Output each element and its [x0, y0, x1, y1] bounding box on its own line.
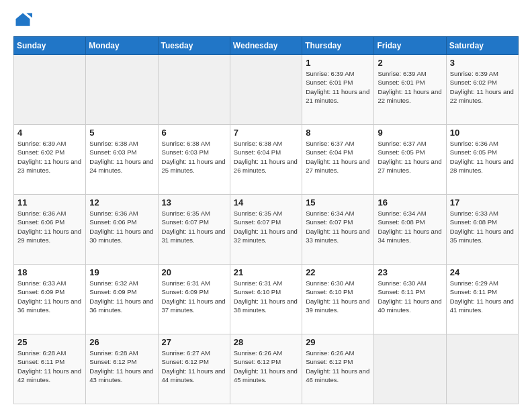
- day-number: 23: [378, 267, 442, 277]
- day-number: 25: [17, 337, 82, 347]
- day-number: 12: [89, 197, 154, 208]
- day-info: Sunrise: 6:26 AMSunset: 6:12 PMDaylight:…: [234, 349, 298, 384]
- day-cell: 7Sunrise: 6:38 AMSunset: 6:04 PMDaylight…: [230, 125, 302, 195]
- day-info: Sunrise: 6:34 AMSunset: 6:08 PMDaylight:…: [378, 209, 442, 244]
- day-cell: 9Sunrise: 6:37 AMSunset: 6:05 PMDaylight…: [374, 125, 446, 195]
- day-cell: 8Sunrise: 6:37 AMSunset: 6:04 PMDaylight…: [302, 125, 374, 195]
- day-info: Sunrise: 6:28 AMSunset: 6:12 PMDaylight:…: [89, 349, 154, 384]
- day-info: Sunrise: 6:36 AMSunset: 6:06 PMDaylight:…: [89, 209, 154, 244]
- day-cell: 25Sunrise: 6:28 AMSunset: 6:11 PMDayligh…: [14, 334, 86, 404]
- day-info: Sunrise: 6:33 AMSunset: 6:08 PMDaylight:…: [450, 209, 515, 244]
- top-header: [13, 11, 519, 30]
- day-cell: 29Sunrise: 6:26 AMSunset: 6:12 PMDayligh…: [302, 334, 374, 404]
- day-cell: 10Sunrise: 6:36 AMSunset: 6:05 PMDayligh…: [446, 125, 518, 195]
- day-info: Sunrise: 6:35 AMSunset: 6:07 PMDaylight:…: [162, 209, 226, 244]
- day-info: Sunrise: 6:34 AMSunset: 6:07 PMDaylight:…: [306, 209, 370, 244]
- weekday-header-tuesday: Tuesday: [158, 37, 230, 55]
- day-cell: [86, 55, 158, 125]
- day-info: Sunrise: 6:37 AMSunset: 6:04 PMDaylight:…: [306, 139, 370, 175]
- day-number: 17: [450, 197, 515, 208]
- day-cell: 1Sunrise: 6:39 AMSunset: 6:01 PMDaylight…: [302, 55, 374, 125]
- day-info: Sunrise: 6:33 AMSunset: 6:09 PMDaylight:…: [17, 279, 82, 314]
- weekday-header-thursday: Thursday: [302, 37, 374, 55]
- day-number: 14: [234, 197, 298, 208]
- day-number: 18: [17, 267, 82, 277]
- day-info: Sunrise: 6:38 AMSunset: 6:03 PMDaylight:…: [162, 139, 226, 175]
- day-number: 5: [89, 128, 154, 138]
- day-cell: [446, 334, 518, 404]
- calendar-table: SundayMondayTuesdayWednesdayThursdayFrid…: [13, 36, 519, 404]
- logo: [13, 11, 35, 30]
- week-row-4: 18Sunrise: 6:33 AMSunset: 6:09 PMDayligh…: [14, 265, 519, 334]
- day-info: Sunrise: 6:28 AMSunset: 6:11 PMDaylight:…: [17, 349, 82, 384]
- day-number: 13: [162, 197, 226, 208]
- day-cell: [158, 55, 230, 125]
- day-cell: 16Sunrise: 6:34 AMSunset: 6:08 PMDayligh…: [374, 195, 446, 265]
- logo-icon: [13, 11, 32, 30]
- day-cell: 13Sunrise: 6:35 AMSunset: 6:07 PMDayligh…: [158, 195, 230, 265]
- day-number: 26: [89, 337, 154, 347]
- week-row-2: 4Sunrise: 6:39 AMSunset: 6:02 PMDaylight…: [14, 125, 519, 195]
- day-number: 8: [306, 128, 370, 138]
- day-info: Sunrise: 6:35 AMSunset: 6:07 PMDaylight:…: [234, 209, 298, 244]
- day-cell: [14, 55, 86, 125]
- day-number: 4: [17, 128, 82, 138]
- day-info: Sunrise: 6:29 AMSunset: 6:11 PMDaylight:…: [450, 279, 515, 314]
- weekday-header-saturday: Saturday: [446, 37, 518, 55]
- day-info: Sunrise: 6:32 AMSunset: 6:09 PMDaylight:…: [89, 279, 154, 314]
- day-cell: 4Sunrise: 6:39 AMSunset: 6:02 PMDaylight…: [14, 125, 86, 195]
- day-info: Sunrise: 6:39 AMSunset: 6:02 PMDaylight:…: [450, 69, 515, 105]
- day-number: 19: [89, 267, 154, 277]
- weekday-header-wednesday: Wednesday: [230, 37, 302, 55]
- week-row-5: 25Sunrise: 6:28 AMSunset: 6:11 PMDayligh…: [14, 334, 519, 404]
- day-info: Sunrise: 6:36 AMSunset: 6:06 PMDaylight:…: [17, 209, 82, 244]
- page: SundayMondayTuesdayWednesdayThursdayFrid…: [0, 0, 532, 411]
- day-cell: 24Sunrise: 6:29 AMSunset: 6:11 PMDayligh…: [446, 265, 518, 334]
- day-cell: 14Sunrise: 6:35 AMSunset: 6:07 PMDayligh…: [230, 195, 302, 265]
- day-cell: 6Sunrise: 6:38 AMSunset: 6:03 PMDaylight…: [158, 125, 230, 195]
- weekday-header-monday: Monday: [86, 37, 158, 55]
- day-number: 22: [306, 267, 370, 277]
- day-number: 11: [17, 197, 82, 208]
- day-number: 24: [450, 267, 515, 277]
- day-cell: 27Sunrise: 6:27 AMSunset: 6:12 PMDayligh…: [158, 334, 230, 404]
- day-info: Sunrise: 6:39 AMSunset: 6:02 PMDaylight:…: [17, 139, 82, 175]
- day-cell: 5Sunrise: 6:38 AMSunset: 6:03 PMDaylight…: [86, 125, 158, 195]
- day-cell: 17Sunrise: 6:33 AMSunset: 6:08 PMDayligh…: [446, 195, 518, 265]
- day-cell: 12Sunrise: 6:36 AMSunset: 6:06 PMDayligh…: [86, 195, 158, 265]
- day-info: Sunrise: 6:30 AMSunset: 6:10 PMDaylight:…: [306, 279, 370, 314]
- day-info: Sunrise: 6:37 AMSunset: 6:05 PMDaylight:…: [378, 139, 442, 175]
- day-number: 21: [234, 267, 298, 277]
- day-info: Sunrise: 6:36 AMSunset: 6:05 PMDaylight:…: [450, 139, 515, 175]
- day-info: Sunrise: 6:30 AMSunset: 6:11 PMDaylight:…: [378, 279, 442, 314]
- day-cell: 11Sunrise: 6:36 AMSunset: 6:06 PMDayligh…: [14, 195, 86, 265]
- week-row-1: 1Sunrise: 6:39 AMSunset: 6:01 PMDaylight…: [14, 55, 519, 125]
- day-cell: 20Sunrise: 6:31 AMSunset: 6:09 PMDayligh…: [158, 265, 230, 334]
- day-cell: 19Sunrise: 6:32 AMSunset: 6:09 PMDayligh…: [86, 265, 158, 334]
- day-info: Sunrise: 6:38 AMSunset: 6:04 PMDaylight:…: [234, 139, 298, 175]
- day-cell: [374, 334, 446, 404]
- day-number: 2: [378, 58, 442, 68]
- day-number: 7: [234, 128, 298, 138]
- day-cell: 15Sunrise: 6:34 AMSunset: 6:07 PMDayligh…: [302, 195, 374, 265]
- day-number: 10: [450, 128, 515, 138]
- day-info: Sunrise: 6:27 AMSunset: 6:12 PMDaylight:…: [162, 349, 226, 384]
- day-cell: [230, 55, 302, 125]
- day-info: Sunrise: 6:39 AMSunset: 6:01 PMDaylight:…: [378, 69, 442, 105]
- day-cell: 26Sunrise: 6:28 AMSunset: 6:12 PMDayligh…: [86, 334, 158, 404]
- day-number: 9: [378, 128, 442, 138]
- day-cell: 18Sunrise: 6:33 AMSunset: 6:09 PMDayligh…: [14, 265, 86, 334]
- day-cell: 3Sunrise: 6:39 AMSunset: 6:02 PMDaylight…: [446, 55, 518, 125]
- week-row-3: 11Sunrise: 6:36 AMSunset: 6:06 PMDayligh…: [14, 195, 519, 265]
- day-number: 15: [306, 197, 370, 208]
- day-number: 28: [234, 337, 298, 347]
- day-number: 3: [450, 58, 515, 68]
- day-cell: 21Sunrise: 6:31 AMSunset: 6:10 PMDayligh…: [230, 265, 302, 334]
- day-info: Sunrise: 6:26 AMSunset: 6:12 PMDaylight:…: [306, 349, 370, 384]
- day-cell: 23Sunrise: 6:30 AMSunset: 6:11 PMDayligh…: [374, 265, 446, 334]
- day-cell: 22Sunrise: 6:30 AMSunset: 6:10 PMDayligh…: [302, 265, 374, 334]
- day-info: Sunrise: 6:38 AMSunset: 6:03 PMDaylight:…: [89, 139, 154, 175]
- weekday-header-sunday: Sunday: [14, 37, 86, 55]
- day-info: Sunrise: 6:39 AMSunset: 6:01 PMDaylight:…: [306, 69, 370, 105]
- day-number: 27: [162, 337, 226, 347]
